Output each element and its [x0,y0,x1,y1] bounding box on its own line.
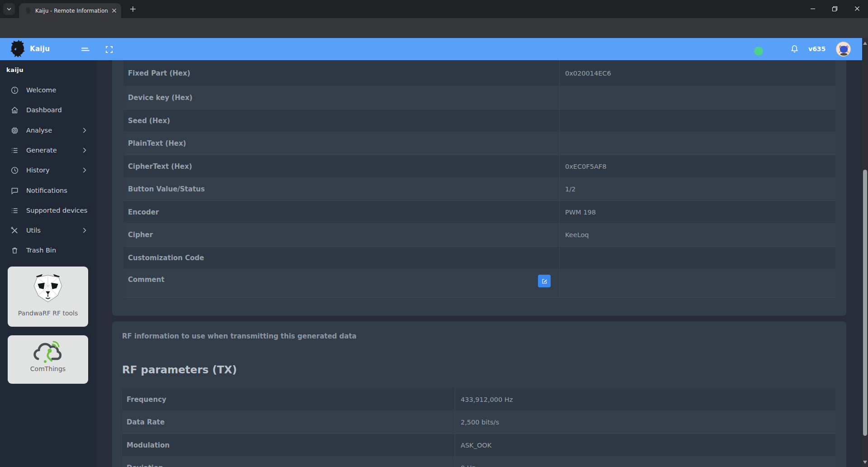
sidebar-item-label: Dashboard [26,106,96,114]
new-tab-button[interactable] [128,4,138,14]
sidebar-item-dashboard[interactable]: Dashboard [0,101,96,119]
edit-pencil-icon [541,278,548,285]
row-label: Deviation [122,457,455,467]
sidebar-item-label: Trash Bin [26,247,96,254]
bell-icon[interactable] [789,44,799,54]
table-row: Fixed Part (Hex) 0x020014EC6 [123,60,835,86]
sidebar-toggle-menu-icon[interactable] [80,44,90,54]
edit-comment-button[interactable] [538,275,551,287]
table-row: Modulation ASK_OOK [122,434,835,457]
version-label: v635 [808,38,826,60]
kaiju-logo-icon [9,39,28,58]
row-label: Customization Code [123,247,559,269]
table-row: Button Value/Status 1/2 [123,178,835,201]
row-value: PWM 198 [559,201,835,223]
window-close-button[interactable] [847,0,867,17]
row-value [559,110,835,132]
app-name: Kaiju [30,38,50,60]
row-label: Data Rate [122,411,455,434]
sidebar-item-history[interactable]: History [0,162,96,179]
scrollbar-thumb[interactable] [863,170,867,436]
sidebar-item-welcome[interactable]: Welcome [0,81,96,99]
table-row: Encoder PWM 198 [123,201,835,224]
chat-bubble-icon [10,186,19,195]
row-value: 2,500 bits/s [455,411,835,434]
row-value: 0x020014EC6 [559,60,835,86]
rf-parameters-heading: RF parameters (TX) [122,364,237,376]
sidebar-item-label: Supported devices [26,207,87,214]
table-row: Seed (Hex) [123,110,835,132]
sidebar-item-analyse[interactable]: Analyse [0,122,96,139]
row-label: Seed (Hex) [123,110,559,132]
row-label: Cipher [123,224,559,246]
fullscreen-icon[interactable] [104,44,114,54]
table-row-comment: Comment [123,269,835,298]
table-row: Device key (Hex) [123,86,835,110]
chevron-right-icon [83,228,86,233]
chevron-right-icon [83,128,86,133]
panda-logo-icon [31,273,65,305]
row-label: CipherText (Hex) [123,155,559,177]
tab-title: Kaiju - Remote Information [35,8,111,14]
sidebar-item-notifications[interactable]: Notifications [0,182,96,199]
rf-parameters-card: RF information to use when transmitting … [112,321,846,467]
list-icon [10,146,19,155]
row-label: Frequency [122,388,455,410]
browser-toolbar: rolling.pandwarf.com/result/5e1d5634-096… [0,18,868,38]
rf-parameters-table: Frequency 433,912,000 Hz Data Rate 2,500… [122,388,835,467]
user-avatar[interactable] [836,42,851,57]
sidebar-item-label: Welcome [26,86,96,94]
table-row: Deviation 0 Hz [122,457,835,467]
home-icon [10,106,19,114]
row-value: 1/2 [559,178,835,200]
pandwarf-tools-label: PandwaRF RF tools [18,310,78,317]
window-maximize-button[interactable] [825,0,844,17]
sidebar-item-label: Notifications [26,187,96,194]
main-content: Fixed Part (Hex) 0x020014EC6 Device key … [96,60,862,467]
table-row: Frequency 433,912,000 Hz [122,388,835,411]
row-label: Fixed Part (Hex) [123,60,559,86]
pandwarf-tools-card[interactable]: PandwaRF RF tools [8,267,88,327]
row-label: Device key (Hex) [123,86,559,109]
sidebar-title: kaiju [6,67,24,73]
page-scrollbar[interactable] [862,38,868,467]
sidebar-item-label: History [26,167,83,174]
sidebar-item-label: Analyse [26,127,83,134]
chevron-right-icon [83,148,86,153]
row-label: PlainText (Hex) [123,132,559,155]
row-value: ASK_OOK [455,434,835,456]
row-label: Comment [123,269,559,297]
browser-tab-bar: Kaiju - Remote Information [0,0,868,18]
row-value [559,132,835,155]
sidebar-item-utils[interactable]: Utils [0,222,96,239]
rf-note: RF information to use when transmitting … [122,332,357,340]
row-value: KeeLoq [559,224,835,246]
row-label: Button Value/Status [123,178,559,200]
row-value: 0 Hz [455,457,835,467]
tab-search-button[interactable] [3,3,15,15]
chevron-down-icon [6,6,12,12]
sidebar-item-label: Utils [26,227,83,234]
clock-icon [10,166,19,175]
scroll-up-icon[interactable] [862,40,868,46]
row-value: 433,912,000 Hz [455,388,835,410]
chip-icon [10,126,19,135]
sidebar-item-generate[interactable]: Generate [0,142,96,159]
list-icon [10,206,19,215]
comthings-card[interactable]: ComThings [8,335,88,384]
sidebar-item-supported-devices[interactable]: Supported devices [0,202,96,219]
row-value [559,269,835,297]
favicon-kaiju-icon [24,7,31,14]
tab-close-icon[interactable] [111,7,118,14]
row-label: Encoder [123,201,559,223]
status-indicator [754,47,763,56]
scroll-down-icon[interactable] [862,459,868,465]
window-minimize-button[interactable] [803,0,823,17]
row-value [559,86,835,109]
table-row: PlainText (Hex) [123,132,835,155]
remote-information-table: Fixed Part (Hex) 0x020014EC6 Device key … [123,60,835,298]
browser-tab[interactable]: Kaiju - Remote Information [19,3,121,18]
trash-icon [10,246,19,255]
chevron-right-icon [83,167,86,173]
sidebar-item-trash-bin[interactable]: Trash Bin [0,242,96,259]
